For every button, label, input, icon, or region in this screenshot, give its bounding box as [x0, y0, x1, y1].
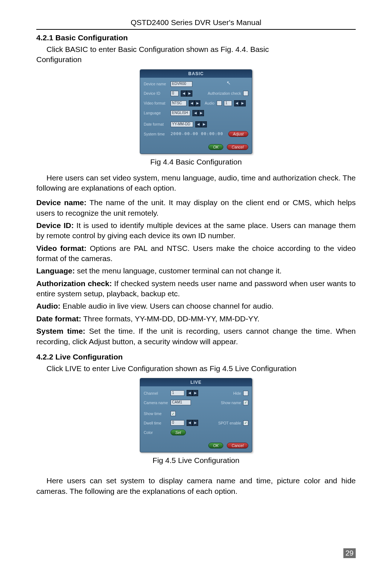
- system-time-value[interactable]: 2000-00-00 00:00:00: [171, 131, 223, 136]
- page-number: 29: [343, 548, 356, 558]
- date-format-select[interactable]: YY-MM-DD: [171, 122, 193, 127]
- label-date-format: Date format: [144, 122, 168, 126]
- show-time-checkbox[interactable]: ✓: [171, 411, 176, 416]
- adjust-button[interactable]: Adjust: [228, 131, 248, 137]
- basic-dialog-title: BASIC: [140, 70, 252, 78]
- section-heading-live: 4.2.2 Live Configuration: [36, 353, 356, 361]
- label-auth-check: Authorization check: [208, 91, 241, 95]
- device-name-input[interactable]: EDVR00: [171, 81, 192, 87]
- basic-dialog: BASIC ↖ Device name EDVR00 Device ID 0 ◀…: [140, 69, 252, 154]
- ok-button[interactable]: OK: [208, 144, 223, 150]
- opt-auth-check: Authorization check: If checked system n…: [36, 279, 356, 299]
- spinner-left-icon[interactable]: ◀: [192, 110, 198, 116]
- opt-video-format: Video format: Options are PAL and NTSC. …: [36, 243, 356, 264]
- dwell-time-spinner[interactable]: ◀ ▶: [187, 420, 198, 426]
- spot-enable-checkbox[interactable]: ✓: [243, 420, 248, 426]
- cancel-button[interactable]: Cancel: [227, 443, 248, 448]
- audio-checkbox[interactable]: [217, 101, 222, 106]
- spinner-right-icon[interactable]: ▶: [195, 100, 200, 106]
- language-spinner[interactable]: ◀ ▶: [192, 110, 204, 116]
- cursor-icon: ↖: [226, 80, 231, 86]
- opt-system-time: System time: Set the time. If the unit i…: [36, 326, 356, 347]
- label-video-format: Video format: [144, 101, 168, 105]
- ok-button[interactable]: OK: [208, 443, 223, 448]
- spinner-left-icon[interactable]: ◀: [187, 390, 192, 396]
- spinner-right-icon[interactable]: ▶: [192, 420, 198, 426]
- label-device-name: Device name: [144, 82, 168, 86]
- set-button[interactable]: Set: [171, 430, 186, 435]
- spinner-left-icon[interactable]: ◀: [195, 121, 201, 127]
- opt-language: Language: set the menu language, custome…: [36, 266, 356, 276]
- label-language: Language: [144, 111, 168, 115]
- live-dialog-title: LIVE: [140, 378, 252, 386]
- language-select[interactable]: ENGLISH: [171, 110, 190, 116]
- video-format-select[interactable]: NTSC: [171, 101, 187, 106]
- label-audio: Audio: [205, 101, 215, 105]
- opt-audio: Audio: Enable audio in live view. Users …: [36, 301, 356, 311]
- basic-intro-line1: Click BASIC to enter Basic Configuration…: [36, 44, 356, 54]
- live-para1: Here users can set system to display cam…: [36, 476, 356, 496]
- audio-spinner[interactable]: ◀ ▶: [234, 100, 246, 106]
- label-system-time: System time: [144, 132, 168, 136]
- spinner-left-icon[interactable]: ◀: [187, 420, 192, 426]
- label-device-id: Device ID: [144, 91, 168, 95]
- spinner-left-icon[interactable]: ◀: [189, 100, 195, 106]
- cancel-button[interactable]: Cancel: [227, 144, 248, 150]
- live-dialog: LIVE Channel 1 ◀ ▶ Hide Camera name CAM1…: [140, 378, 252, 452]
- label-camera-name: Camera name: [144, 401, 168, 405]
- camera-name-input[interactable]: CAM1: [171, 400, 191, 405]
- channel-spinner[interactable]: ◀ ▶: [187, 390, 198, 396]
- label-channel: Channel: [144, 391, 168, 395]
- basic-intro-line2: Configuration: [36, 54, 356, 65]
- opt-device-name: Device name: The name of the unit. It ma…: [36, 198, 356, 218]
- label-dwell-time: Dwell time: [144, 421, 168, 425]
- label-spot-enable: SPOT enable: [218, 421, 241, 425]
- opt-device-id: Device ID: It is used to identify multip…: [36, 220, 356, 241]
- opt-date-format: Date format: Three formats, YY-MM-DD, DD…: [36, 314, 356, 324]
- section-heading-basic: 4.2.1 Basic Configuration: [36, 33, 356, 42]
- label-color: Color: [144, 430, 168, 435]
- fig-caption-live: Fig 4.5 Live Configuration: [36, 456, 356, 465]
- live-intro: Click LIVE to enter Live Configuration s…: [36, 363, 356, 374]
- page-header: QSTD2400 Series DVR User's Manual: [36, 18, 356, 30]
- channel-input[interactable]: 1: [171, 390, 184, 396]
- fig-caption-basic: Fig 4.4 Basic Configuration: [36, 158, 356, 166]
- label-hide: Hide: [233, 391, 241, 395]
- auth-check-checkbox[interactable]: [243, 91, 248, 96]
- label-show-time: Show time: [144, 411, 168, 416]
- spinner-right-icon[interactable]: ▶: [192, 390, 198, 396]
- device-id-spinner[interactable]: ◀ ▶: [181, 90, 192, 97]
- spinner-right-icon[interactable]: ▶: [240, 100, 246, 106]
- device-id-input[interactable]: 0: [171, 91, 179, 96]
- spinner-right-icon[interactable]: ▶: [198, 110, 204, 116]
- spinner-right-icon[interactable]: ▶: [187, 90, 192, 97]
- audio-channel-input[interactable]: 1: [224, 101, 232, 106]
- show-name-checkbox[interactable]: ✓: [243, 400, 248, 405]
- basic-para1: Here users can set video system, menu la…: [36, 173, 356, 194]
- spinner-left-icon[interactable]: ◀: [181, 90, 187, 97]
- date-format-spinner[interactable]: ◀ ▶: [195, 121, 207, 127]
- spinner-right-icon[interactable]: ▶: [201, 121, 207, 127]
- video-format-spinner[interactable]: ◀ ▶: [189, 100, 200, 106]
- hide-checkbox[interactable]: [243, 391, 248, 396]
- spinner-left-icon[interactable]: ◀: [234, 100, 240, 106]
- dwell-time-input[interactable]: 0: [171, 420, 184, 426]
- label-show-name: Show name: [221, 401, 241, 405]
